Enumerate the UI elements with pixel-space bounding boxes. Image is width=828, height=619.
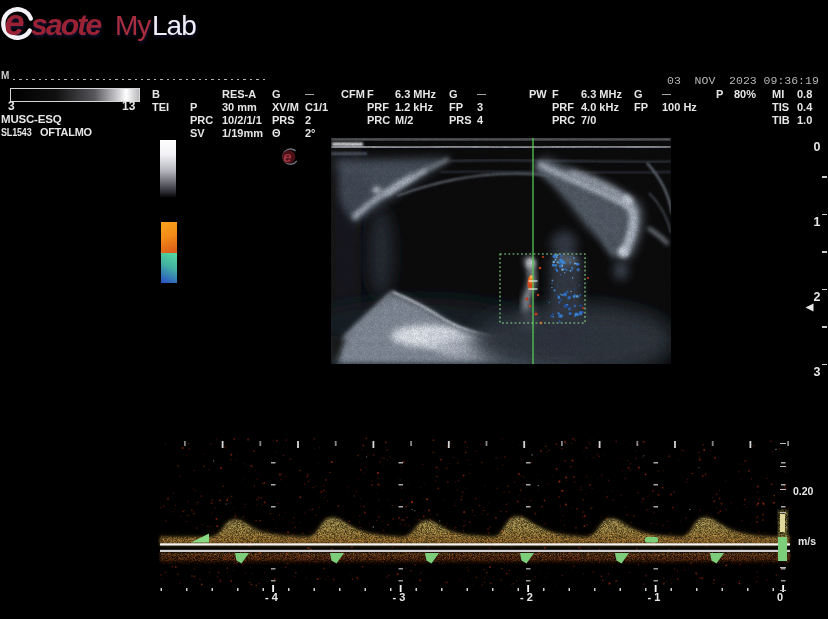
svg-text:saote: saote [31, 8, 101, 41]
svg-text:Lab: Lab [152, 10, 196, 41]
svg-text:e: e [5, 2, 25, 43]
svg-text:My: My [115, 10, 151, 41]
svg-text:e: e [283, 148, 291, 165]
